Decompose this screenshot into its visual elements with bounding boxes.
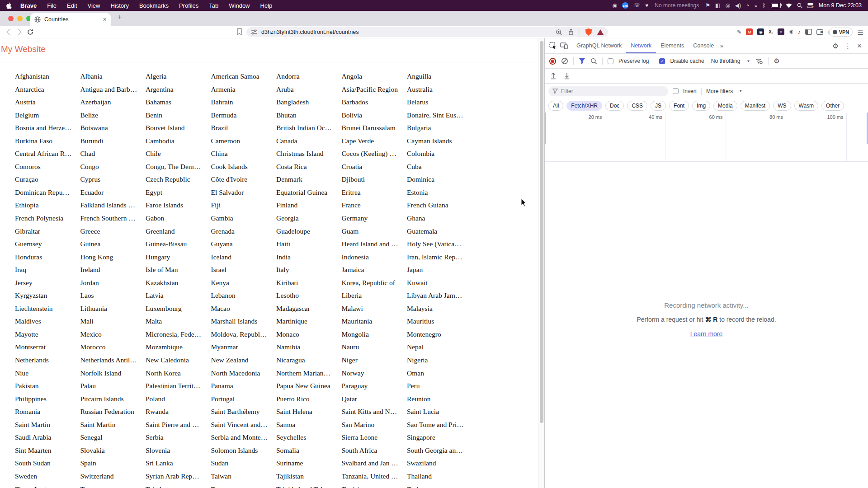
layout-status-icon[interactable]: ◧ bbox=[715, 2, 720, 9]
clear-network-log-icon[interactable] bbox=[561, 57, 568, 65]
filter-chip[interactable]: Fetch/XHR bbox=[566, 101, 602, 111]
filter-chip[interactable]: Doc bbox=[605, 101, 624, 111]
x-extension-icon[interactable]: X. bbox=[769, 29, 773, 34]
menu-item[interactable]: Tab bbox=[209, 2, 218, 9]
filter-chip[interactable]: CSS bbox=[627, 101, 647, 111]
inspect-element-icon[interactable] bbox=[547, 41, 558, 52]
menu-item[interactable]: File bbox=[47, 2, 57, 9]
menu-item[interactable]: Edit bbox=[67, 2, 77, 9]
spotlight-icon[interactable] bbox=[797, 3, 802, 8]
tab-countries[interactable]: Countries × bbox=[30, 13, 111, 26]
network-conditions-icon[interactable] bbox=[755, 58, 763, 64]
target-status-icon[interactable]: ◎ bbox=[725, 2, 730, 9]
filter-chip[interactable]: Manifest bbox=[741, 101, 770, 111]
filter-chip[interactable]: WS bbox=[773, 101, 791, 111]
filter-chip[interactable]: Wasm bbox=[794, 101, 819, 111]
share-icon[interactable] bbox=[568, 28, 574, 36]
learn-more-link[interactable]: Learn more bbox=[690, 330, 723, 338]
control-center-icon[interactable] bbox=[807, 3, 814, 8]
disable-cache-checkbox[interactable]: ✓ bbox=[659, 58, 665, 64]
close-window-button[interactable] bbox=[8, 16, 14, 21]
sound-status-icon[interactable]: ◀) bbox=[735, 2, 741, 9]
pattern-extension-icon[interactable]: ✳ bbox=[778, 28, 784, 35]
menu-item[interactable]: Profiles bbox=[179, 2, 198, 9]
filter-chip[interactable]: Font bbox=[669, 101, 689, 111]
timeline-left-handle[interactable] bbox=[545, 113, 546, 144]
site-settings-icon[interactable] bbox=[251, 29, 257, 35]
filter-input[interactable]: Filter bbox=[548, 86, 668, 96]
record-network-log-icon[interactable] bbox=[549, 58, 556, 65]
export-har-icon[interactable] bbox=[564, 72, 570, 80]
close-devtools-icon[interactable]: × bbox=[857, 42, 862, 51]
menu-item[interactable]: Window bbox=[229, 2, 250, 9]
flag-status-icon[interactable]: ⚑ bbox=[705, 2, 710, 9]
sidebar-toggle-icon[interactable] bbox=[805, 29, 812, 35]
filter-chip[interactable]: Media bbox=[713, 101, 737, 111]
pen-extension-icon[interactable]: ✎ bbox=[737, 29, 741, 35]
filter-chip[interactable]: JS bbox=[651, 101, 666, 111]
back-button[interactable] bbox=[5, 28, 13, 36]
menu-item[interactable]: Help bbox=[260, 2, 273, 9]
page-scrollbar[interactable] bbox=[538, 38, 544, 488]
devtools-tab[interactable]: Elements bbox=[656, 38, 689, 53]
import-har-icon[interactable] bbox=[550, 72, 557, 80]
device-toolbar-icon[interactable] bbox=[558, 41, 569, 52]
menu-hamburger-icon[interactable]: ☰ bbox=[858, 28, 863, 37]
zoom-app-icon[interactable]: zm bbox=[622, 2, 628, 9]
reload-button[interactable] bbox=[26, 28, 34, 36]
scrollbar-thumb[interactable] bbox=[540, 41, 543, 423]
filter-chip[interactable]: Other bbox=[821, 101, 844, 111]
battery-icon[interactable] bbox=[771, 3, 781, 8]
brave-rewards-icon[interactable] bbox=[597, 29, 604, 35]
menu-item[interactable]: Bookmarks bbox=[139, 2, 169, 9]
tab-close-icon[interactable]: × bbox=[103, 16, 107, 23]
heart-status-icon[interactable]: ♥ bbox=[645, 2, 648, 9]
menu-item[interactable]: Brave bbox=[20, 2, 37, 9]
search-network-icon[interactable] bbox=[590, 58, 597, 65]
menu-item[interactable]: History bbox=[110, 2, 128, 9]
music-extension-icon[interactable]: ♪ bbox=[798, 29, 801, 35]
invert-checkbox[interactable] bbox=[673, 88, 679, 94]
phone-status-icon[interactable]: ☏ bbox=[633, 2, 640, 9]
filter-toggle-icon[interactable] bbox=[579, 58, 585, 64]
zoom-page-icon[interactable] bbox=[556, 29, 562, 36]
forward-button[interactable] bbox=[15, 28, 24, 36]
new-tab-button[interactable]: + bbox=[118, 13, 122, 22]
network-settings-gear-icon[interactable]: ⚙ bbox=[774, 57, 779, 65]
bookmark-icon[interactable] bbox=[236, 28, 244, 36]
settings-gear-icon[interactable]: ⚙ bbox=[833, 42, 839, 50]
bluetooth-icon[interactable]: ᛒ bbox=[763, 2, 766, 9]
record-status-icon[interactable]: ◉ bbox=[613, 2, 617, 9]
invert-label[interactable]: Invert bbox=[683, 88, 697, 94]
filter-chip[interactable]: Img bbox=[692, 101, 710, 111]
throttling-select[interactable]: No throttling bbox=[711, 58, 741, 64]
devtools-tab[interactable]: Console bbox=[689, 38, 718, 53]
flower-extension-icon[interactable]: ❋ bbox=[789, 29, 793, 35]
brave-shield-icon[interactable] bbox=[585, 28, 592, 36]
mail-extension-icon[interactable]: M bbox=[746, 28, 753, 35]
preserve-log-label[interactable]: Preserve log bbox=[618, 58, 649, 64]
play-status-icon[interactable]: ◔ bbox=[746, 2, 749, 9]
wallet-icon[interactable] bbox=[816, 29, 823, 35]
meetings-status-text[interactable]: No more meetings bbox=[655, 2, 699, 9]
more-tabs-icon[interactable]: » bbox=[720, 43, 723, 49]
kebab-menu-icon[interactable]: ⋮ bbox=[844, 42, 851, 50]
more-filters-caret-icon[interactable]: ▼ bbox=[739, 89, 742, 93]
minimize-window-button[interactable] bbox=[17, 16, 23, 21]
url-text[interactable]: d3hzn3tyfnt3th.cloudfront.net/countries bbox=[261, 29, 556, 35]
menu-item[interactable]: View bbox=[88, 2, 100, 9]
devtools-tab[interactable]: GraphQL Network bbox=[572, 38, 626, 53]
devtools-tab[interactable]: Network bbox=[626, 38, 656, 53]
filter-chip[interactable]: All bbox=[548, 101, 563, 111]
url-bar[interactable]: d3hzn3tyfnt3th.cloudfront.net/countries bbox=[246, 27, 608, 37]
wifi-icon[interactable] bbox=[786, 3, 792, 8]
menubar-clock[interactable]: Mon 9 Dec 23:03 bbox=[819, 2, 862, 9]
preserve-log-checkbox[interactable] bbox=[608, 58, 613, 64]
more-filters-button[interactable]: More filters bbox=[706, 88, 733, 94]
vpn-button[interactable]: VPN bbox=[829, 28, 853, 37]
atom-extension-icon[interactable]: ◉ bbox=[757, 28, 764, 35]
disable-cache-label[interactable]: Disable cache bbox=[670, 58, 704, 64]
throttling-caret-icon[interactable]: ▼ bbox=[746, 59, 750, 63]
apple-menu-icon[interactable] bbox=[6, 2, 12, 9]
user-status-icon[interactable]: ◒ bbox=[754, 2, 757, 9]
